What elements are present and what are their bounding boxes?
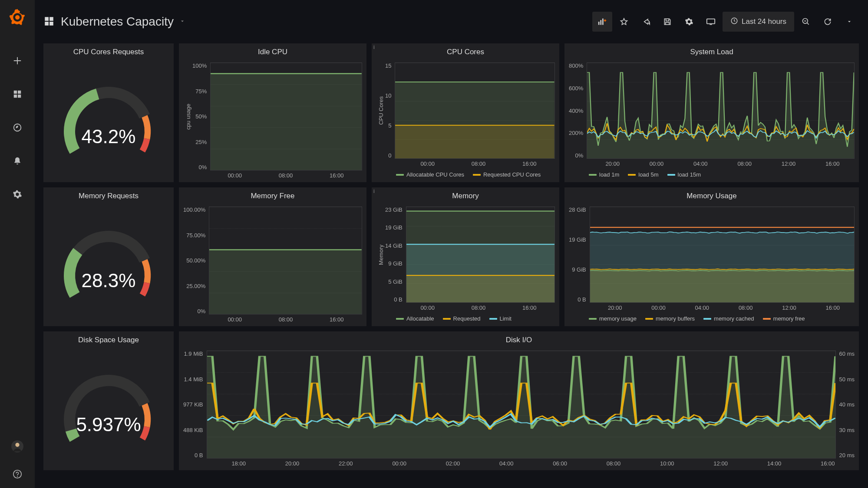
alerting-icon[interactable] xyxy=(13,156,22,167)
dashboard-title[interactable]: Kubernetes Capacity xyxy=(61,15,174,29)
dashboard-grid: CPU Cores Requests 43.2% Memory Requests… xyxy=(43,43,859,479)
panel-cpu-requests-gauge[interactable]: CPU Cores Requests 43.2% xyxy=(43,43,174,182)
gauge-value: 43.2% xyxy=(43,126,174,147)
add-panel-button[interactable] xyxy=(592,12,612,32)
dashboards-icon[interactable] xyxy=(13,89,22,100)
panel-idle-cpu[interactable]: Idle CPU cpu usage100%75%50%25%0%00:0008… xyxy=(179,43,366,182)
time-range-picker[interactable]: Last 24 hours xyxy=(723,12,794,32)
refresh-button[interactable] xyxy=(818,12,838,32)
panel-title: Disk Space Usage xyxy=(43,331,174,347)
dashboards-icon[interactable] xyxy=(43,16,55,28)
panel-cpu-cores[interactable]: i CPU Cores CPU Cores15105000:0008:0016:… xyxy=(372,43,559,182)
panel-memory-requests-gauge[interactable]: Memory Requests 28.3% xyxy=(43,187,174,326)
panel-title: Disk I/O xyxy=(179,331,859,347)
panel-title: Idle CPU xyxy=(179,43,366,59)
panel-title: System Load xyxy=(564,43,859,59)
info-icon[interactable]: i xyxy=(373,44,375,50)
panel-title: Memory Usage xyxy=(564,187,859,203)
panel-memory-usage[interactable]: Memory Usage 28 GiB19 GiB9 GiB0 B20:0000… xyxy=(564,187,859,326)
explore-icon[interactable] xyxy=(13,123,22,134)
gauge-value: 28.3% xyxy=(43,270,174,291)
share-button[interactable] xyxy=(636,12,656,32)
svg-rect-5 xyxy=(600,20,601,25)
panel-system-load[interactable]: System Load 800%600%400%200%0%20:0000:00… xyxy=(564,43,859,182)
svg-rect-6 xyxy=(602,19,604,25)
svg-rect-8 xyxy=(710,24,712,25)
svg-rect-4 xyxy=(598,22,600,25)
panel-title: CPU Cores xyxy=(372,43,559,59)
svg-point-2 xyxy=(15,443,19,447)
star-button[interactable] xyxy=(614,12,634,32)
clock-icon xyxy=(730,17,738,27)
panel-title: Memory xyxy=(372,187,559,203)
svg-rect-7 xyxy=(707,19,715,24)
help-icon[interactable] xyxy=(13,469,22,480)
sidebar xyxy=(0,0,35,488)
grafana-logo-icon[interactable] xyxy=(10,9,25,27)
config-icon[interactable] xyxy=(13,190,22,200)
time-range-label: Last 24 hours xyxy=(742,17,786,26)
panel-memory[interactable]: i Memory Memory23 GiB19 GiB14 GiB9 GiB5 … xyxy=(372,187,559,326)
info-icon[interactable]: i xyxy=(373,188,375,194)
panel-disk-usage-gauge[interactable]: Disk Space Usage 5.937% xyxy=(43,331,174,470)
refresh-interval-picker[interactable] xyxy=(839,12,859,32)
plus-icon[interactable] xyxy=(13,56,22,67)
settings-button[interactable] xyxy=(679,12,699,32)
topbar: Kubernetes Capacity Last 24 hours xyxy=(43,9,859,35)
panel-title: CPU Cores Requests xyxy=(43,43,174,59)
panel-title: Memory Free xyxy=(179,187,366,203)
gauge-value: 5.937% xyxy=(43,414,174,436)
panel-title: Memory Requests xyxy=(43,187,174,203)
chevron-down-icon[interactable] xyxy=(180,19,185,25)
user-avatar[interactable] xyxy=(11,440,23,454)
panel-disk-io[interactable]: Disk I/O 1.9 MiB1.4 MiB977 KiB488 KiB0 B… xyxy=(179,331,859,470)
zoom-out-button[interactable] xyxy=(796,12,816,32)
save-button[interactable] xyxy=(657,12,677,32)
cycle-mode-button[interactable] xyxy=(701,12,721,32)
panel-memory-free[interactable]: Memory Free 100.00%75.00%50.00%25.00%0%0… xyxy=(179,187,366,326)
